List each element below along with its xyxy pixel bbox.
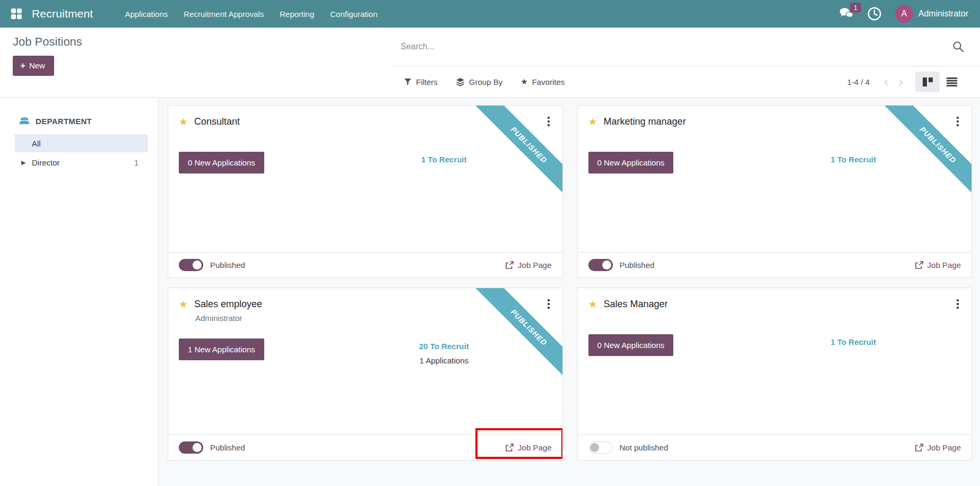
kebab-menu-icon[interactable] — [545, 115, 552, 128]
user-menu[interactable]: A Administrator — [895, 5, 968, 23]
kebab-menu-icon[interactable] — [955, 115, 961, 128]
favorite-star-icon[interactable]: ★ — [588, 299, 597, 309]
layers-icon — [456, 77, 465, 86]
favorite-star-icon[interactable]: ★ — [179, 117, 188, 127]
favorites-button[interactable]: ★ Favorites — [521, 77, 565, 86]
plus-icon: + — [20, 61, 25, 70]
apps-grid-icon[interactable] — [8, 6, 24, 22]
new-applications-button[interactable]: 0 New Applications — [588, 334, 674, 356]
pager-next-icon[interactable]: › — [894, 75, 908, 89]
new-applications-button[interactable]: 0 New Applications — [179, 152, 264, 173]
page-title: Job Positions — [13, 35, 380, 49]
group-by-button[interactable]: Group By — [456, 77, 502, 86]
kanban-view-icon[interactable] — [915, 72, 940, 92]
kanban-content: PUBLISHED ★ Consultant 0 New Application… — [159, 98, 980, 486]
job-title: Marketing manager — [604, 116, 686, 127]
external-link-icon — [915, 444, 923, 452]
department-sidebar: DEPARTMENT All ▶ Director 1 — [0, 98, 159, 486]
menu-applications[interactable]: Applications — [125, 10, 168, 19]
avatar: A — [895, 5, 913, 23]
user-name: Administrator — [918, 9, 968, 19]
recruiter-name: Administrator — [195, 314, 552, 323]
messages-count-badge: 1 — [850, 3, 861, 13]
job-card-sales-manager[interactable]: ★ Sales Manager 0 New Applications 1 To … — [577, 288, 973, 461]
new-applications-button[interactable]: 1 New Applications — [179, 339, 264, 360]
job-card-consultant[interactable]: PUBLISHED ★ Consultant 0 New Application… — [168, 105, 563, 278]
new-applications-button[interactable]: 0 New Applications — [588, 152, 674, 173]
activities-clock-icon[interactable] — [868, 7, 881, 21]
menu-configuration[interactable]: Configuration — [330, 10, 377, 19]
job-title: Sales Manager — [604, 299, 668, 310]
publish-status: Published — [620, 261, 655, 270]
job-card-sales-employee[interactable]: PUBLISHED ★ Sales employee Administrator… — [168, 288, 563, 461]
filters-button[interactable]: Filters — [404, 77, 438, 86]
favorite-star-icon[interactable]: ★ — [179, 299, 188, 309]
messages-icon[interactable]: 1 — [839, 8, 854, 20]
favorites-star-icon: ★ — [521, 77, 527, 86]
control-panel: Job Positions +New Filters Group By ★ Fa… — [0, 28, 980, 98]
kebab-menu-icon[interactable] — [955, 297, 961, 311]
to-recruit-link[interactable]: 1 To Recruit — [794, 337, 913, 346]
to-recruit-link[interactable]: 1 To Recruit — [385, 155, 503, 164]
to-recruit-link[interactable]: 1 To Recruit — [794, 155, 913, 164]
list-view-icon[interactable] — [940, 72, 964, 92]
publish-toggle[interactable] — [588, 441, 613, 454]
new-button[interactable]: +New — [13, 56, 54, 76]
search-icon[interactable] — [952, 41, 964, 53]
external-link-icon — [505, 444, 514, 452]
search-input[interactable] — [401, 42, 952, 51]
external-link-icon — [505, 261, 514, 270]
publish-toggle[interactable] — [179, 441, 203, 454]
job-page-link[interactable]: Job Page — [505, 261, 551, 270]
publish-status: Published — [210, 261, 245, 270]
job-title: Consultant — [194, 116, 240, 127]
job-card-marketing-manager[interactable]: PUBLISHED ★ Marketing manager 0 New Appl… — [577, 105, 973, 278]
top-navbar: Recruitment Applications Recruitment App… — [0, 0, 980, 28]
filter-funnel-icon — [404, 78, 412, 86]
kebab-menu-icon[interactable] — [545, 297, 552, 311]
to-recruit-link[interactable]: 20 To Recruit — [385, 342, 503, 351]
job-page-link[interactable]: Job Page — [505, 443, 551, 452]
job-page-link[interactable]: Job Page — [915, 261, 961, 270]
job-title: Sales employee — [194, 299, 262, 310]
favorite-star-icon[interactable]: ★ — [588, 117, 597, 127]
external-link-icon — [915, 261, 923, 270]
applications-link[interactable]: 1 Applications — [385, 356, 503, 365]
pager-range: 1-4 / 4 — [847, 77, 870, 86]
department-people-icon — [19, 117, 30, 125]
menu-reporting[interactable]: Reporting — [280, 10, 314, 19]
publish-toggle[interactable] — [179, 259, 203, 271]
publish-toggle[interactable] — [588, 259, 613, 271]
department-section-header: DEPARTMENT — [0, 117, 158, 126]
publish-status: Not published — [620, 443, 669, 452]
record-count: 1 — [134, 158, 138, 167]
sidebar-item-all[interactable]: All — [15, 134, 148, 152]
menu-recruitment-approvals[interactable]: Recruitment Approvals — [184, 10, 264, 19]
job-page-link[interactable]: Job Page — [915, 443, 961, 452]
sidebar-item-director[interactable]: ▶ Director 1 — [15, 153, 148, 171]
publish-status: Published — [210, 443, 245, 452]
caret-right-icon[interactable]: ▶ — [21, 159, 29, 166]
app-brand[interactable]: Recruitment — [32, 7, 93, 20]
pager-prev-icon[interactable]: ‹ — [879, 75, 894, 89]
